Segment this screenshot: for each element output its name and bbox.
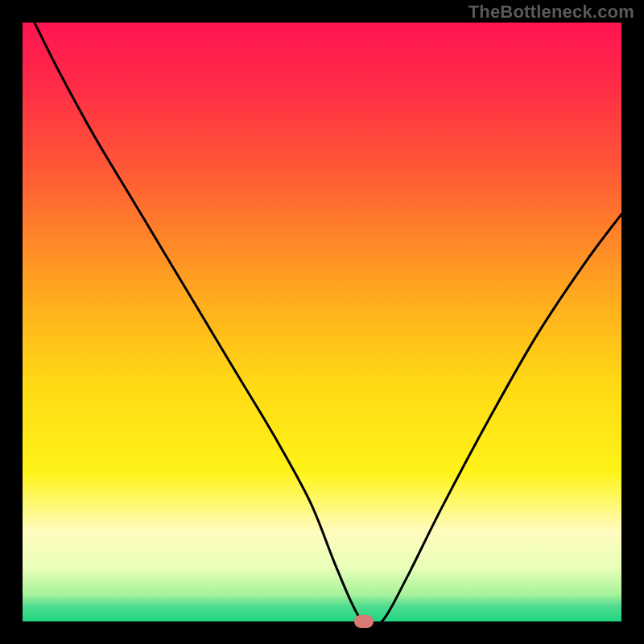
chart-svg bbox=[23, 23, 621, 621]
plot-area bbox=[23, 23, 621, 621]
watermark-text: TheBottleneck.com bbox=[469, 2, 634, 23]
chart-frame: TheBottleneck.com bbox=[0, 0, 644, 644]
optimal-point-marker bbox=[354, 615, 374, 628]
